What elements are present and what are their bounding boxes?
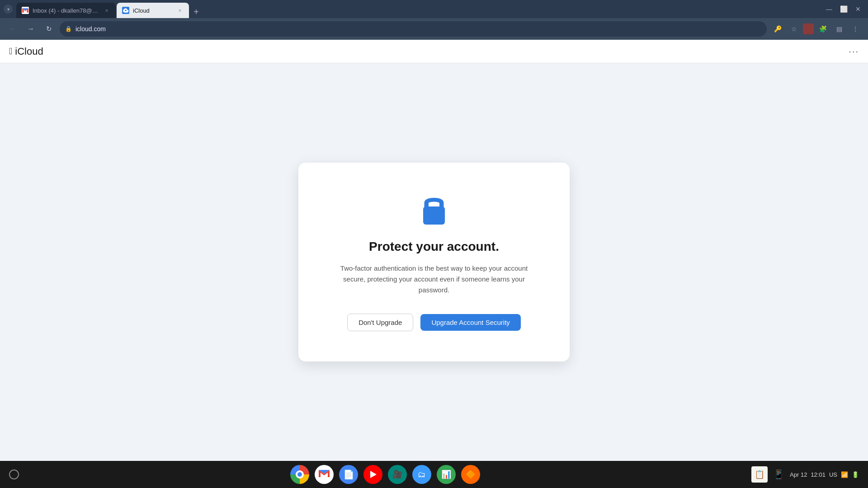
taskbar-docs-icon[interactable]: 📄	[339, 465, 358, 484]
tab-list: Inbox (4) - dkallen78@gmail.co × iCloud …	[16, 0, 821, 18]
toolbar: ← → ↻ 🔒 icloud.com 🔑 ☆ 🧩 ▤ ⋮	[0, 18, 868, 40]
extension1-button[interactable]	[803, 23, 814, 34]
window-controls: — ⬜ ✕	[823, 3, 864, 15]
apple-icon: 	[9, 46, 12, 56]
tab-gmail[interactable]: Inbox (4) - dkallen78@gmail.co ×	[16, 3, 116, 18]
battery-icon: 🔋	[852, 471, 859, 478]
address-text: icloud.com	[75, 25, 761, 33]
close-button[interactable]: ✕	[852, 3, 864, 15]
back-button[interactable]: ←	[5, 22, 20, 36]
toolbar-actions: 🔑 ☆ 🧩 ▤ ⋮	[770, 22, 863, 36]
svg-point-0	[125, 9, 127, 11]
taskbar-drive-icon[interactable]: 🗂	[412, 465, 431, 484]
icloud-header:  iCloud ···	[0, 40, 868, 63]
wifi-icon: 📶	[841, 471, 848, 478]
taskbar-phone-icon[interactable]: 📱	[773, 469, 784, 480]
tab-icloud[interactable]: iCloud ×	[117, 3, 189, 18]
password-icon-button[interactable]: 🔑	[770, 22, 785, 36]
taskbar-gmail-icon[interactable]	[315, 465, 334, 484]
dont-upgrade-button[interactable]: Don't Upgrade	[347, 314, 413, 331]
dialog-buttons: Don't Upgrade Upgrade Account Security	[347, 314, 521, 331]
gmail-tab-close[interactable]: ×	[103, 7, 110, 14]
region-display: US	[829, 471, 837, 478]
header-more-button[interactable]: ···	[849, 46, 859, 56]
maximize-button[interactable]: ⬜	[837, 3, 850, 15]
extensions-button[interactable]: 🧩	[816, 22, 830, 36]
dialog-description: Two-factor authentication is the best wa…	[335, 263, 533, 296]
reload-button[interactable]: ↻	[42, 22, 56, 36]
browser-frame: ▾ Inbox (4) - dkallen78@gmail.co × iClou…	[0, 0, 868, 488]
forward-button[interactable]: →	[24, 22, 38, 36]
minimize-button[interactable]: —	[823, 3, 835, 15]
time-display: 12:01	[811, 471, 826, 478]
lock-icon-wrapper	[420, 193, 448, 228]
taskbar-notes-icon[interactable]: 📋	[751, 466, 768, 483]
date-display: Apr 12	[790, 471, 807, 478]
taskbar: 📄 🎥 🗂 📊 🔶 📋 📱	[0, 461, 868, 488]
gmail-tab-label: Inbox (4) - dkallen78@gmail.co	[33, 7, 99, 14]
tab-dropdown[interactable]: ▾	[4, 5, 13, 14]
icloud-tab-close[interactable]: ×	[176, 7, 184, 14]
title-bar: ▾ Inbox (4) - dkallen78@gmail.co × iClou…	[0, 0, 868, 18]
icloud-favicon	[122, 7, 129, 14]
taskbar-meet-icon[interactable]: 🎥	[388, 465, 407, 484]
dialog-card: Protect your account. Two-factor authent…	[298, 163, 570, 361]
status-info: Apr 12 12:01 US 📶 🔋	[790, 471, 859, 478]
main-content: Protect your account. Two-factor authent…	[0, 63, 868, 461]
taskbar-left	[9, 469, 19, 479]
taskbar-right: 📋 📱 Apr 12 12:01 US 📶 🔋	[751, 466, 859, 483]
taskbar-youtube-icon[interactable]	[363, 465, 382, 484]
icloud-logo:  iCloud	[9, 46, 43, 57]
dialog-title: Protect your account.	[369, 239, 499, 254]
more-options-button[interactable]: ⋮	[848, 22, 863, 36]
lock-icon: 🔒	[65, 26, 72, 32]
gmail-favicon	[22, 7, 29, 14]
upgrade-security-button[interactable]: Upgrade Account Security	[420, 314, 520, 331]
taskbar-center: 📄 🎥 🗂 📊 🔶	[290, 465, 480, 484]
taskbar-chrome-icon[interactable]	[290, 465, 309, 484]
taskbar-sheets-icon[interactable]: 📊	[437, 465, 456, 484]
bookmark-button[interactable]: ☆	[787, 22, 801, 36]
icloud-tab-label: iCloud	[133, 7, 173, 14]
new-tab-button[interactable]: +	[190, 5, 203, 18]
icloud-logo-text: iCloud	[15, 46, 43, 57]
address-bar[interactable]: 🔒 icloud.com	[60, 21, 767, 37]
lock-icon-svg	[420, 193, 448, 226]
svg-rect-2	[426, 206, 442, 224]
sidebar-button[interactable]: ▤	[832, 22, 846, 36]
taskbar-orange-app-icon[interactable]: 🔶	[461, 465, 480, 484]
system-menu-button[interactable]	[9, 469, 19, 479]
